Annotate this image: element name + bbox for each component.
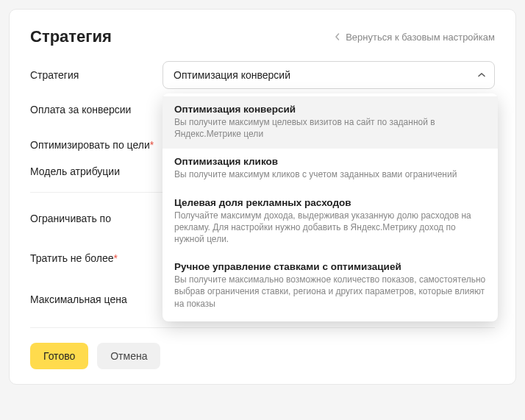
label-max-price: Максимальная цена xyxy=(30,293,162,305)
panel-header: Стратегия Вернуться к базовым настройкам xyxy=(30,27,495,46)
back-link-label: Вернуться к базовым настройкам xyxy=(346,32,495,43)
chevron-left-icon xyxy=(334,33,341,40)
page-title: Стратегия xyxy=(30,27,112,46)
dropdown-option-title: Оптимизация конверсий xyxy=(174,104,486,115)
strategy-dropdown: Оптимизация конверсий Вы получите максим… xyxy=(162,93,498,321)
done-button[interactable]: Готово xyxy=(30,343,88,369)
cancel-button[interactable]: Отмена xyxy=(97,343,160,369)
row-strategy: Стратегия Оптимизация конверсий Оптимиза… xyxy=(30,61,495,89)
label-attribution: Модель атрибуции xyxy=(30,165,162,177)
dropdown-option-title: Оптимизация кликов xyxy=(174,156,486,167)
label-optimize-goal: Оптимизировать по цели* xyxy=(30,139,162,151)
label-limit-by: Ограничивать по xyxy=(30,213,162,224)
required-asterisk: * xyxy=(150,139,154,151)
dropdown-option-desc: Вы получите максимум кликов с учетом зад… xyxy=(174,168,486,180)
dropdown-option-title: Ручное управление ставками с оптимизацие… xyxy=(174,261,486,272)
panel-footer: Готово Отмена xyxy=(30,327,495,369)
dropdown-option-conversions[interactable]: Оптимизация конверсий Вы получите максим… xyxy=(162,96,498,149)
label-pay-per-conversion: Оплата за конверсии xyxy=(30,104,162,115)
dropdown-option-manual[interactable]: Ручное управление ставками с оптимизацие… xyxy=(162,254,498,318)
required-asterisk: * xyxy=(114,252,118,264)
label-spend-no-more: Тратить не более* xyxy=(30,252,162,264)
strategy-select[interactable]: Оптимизация конверсий xyxy=(162,61,495,89)
label-strategy: Стратегия xyxy=(30,69,162,81)
strategy-panel: Стратегия Вернуться к базовым настройкам… xyxy=(9,9,516,385)
dropdown-option-ad-share[interactable]: Целевая доля рекламных расходов Получайт… xyxy=(162,190,498,255)
chevron-up-icon xyxy=(478,69,485,81)
dropdown-option-desc: Вы получите максимум целевых визитов на … xyxy=(174,116,486,140)
dropdown-option-clicks[interactable]: Оптимизация кликов Вы получите максимум … xyxy=(162,149,498,189)
dropdown-option-title: Целевая доля рекламных расходов xyxy=(174,197,486,208)
strategy-select-value: Оптимизация конверсий xyxy=(174,69,290,81)
back-to-basic-link[interactable]: Вернуться к базовым настройкам xyxy=(334,32,495,43)
dropdown-option-desc: Вы получите максимально возможное количе… xyxy=(174,274,486,310)
dropdown-option-desc: Получайте максимум дохода, выдерживая ук… xyxy=(174,210,486,246)
